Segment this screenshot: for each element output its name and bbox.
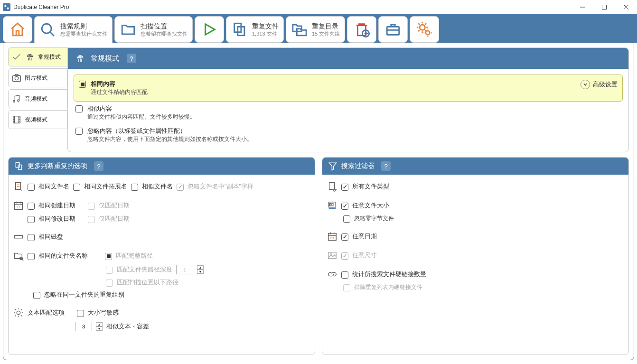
checkbox-date-only-modified[interactable]	[88, 216, 95, 223]
checkbox-match-full-path[interactable]	[105, 253, 112, 260]
svg-rect-0	[5, 5, 7, 7]
checkbox-case-sensitive[interactable]	[77, 310, 84, 317]
checkbox-same-name[interactable]	[28, 184, 35, 191]
mode-tabs: 常规模式 图片模式 音频模式 视频模式	[8, 47, 67, 152]
checkbox-ignore-same-folder-groups[interactable]	[33, 292, 40, 299]
svg-rect-11	[387, 27, 400, 35]
checkbox-match-below-scan[interactable]	[106, 280, 113, 287]
calendar-icon: 23	[327, 231, 337, 242]
settings-button[interactable]	[410, 16, 439, 43]
svg-rect-35	[15, 235, 23, 238]
title-bar: Duplicate Cleaner Pro	[0, 0, 637, 14]
filters-header: 搜索过滤器 ?	[322, 158, 628, 175]
svg-line-7	[50, 32, 54, 36]
checkbox-any-dim[interactable]	[341, 252, 348, 260]
filename-icon	[13, 181, 24, 192]
folder-depth-input[interactable]	[176, 265, 193, 274]
svg-text:23: 23	[330, 236, 334, 240]
checkbox-same-disk[interactable]	[28, 234, 35, 241]
more-options-header: 更多判断重复的选项 ?	[9, 158, 315, 175]
search-rules-tab[interactable]: 搜索规则 您需要查找什么文件	[34, 16, 112, 43]
remove-button[interactable]	[347, 16, 376, 43]
checkbox-ignore-content[interactable]	[75, 128, 83, 135]
filters-panel: 搜索过滤器 ? 所有文件类型 任意文件大小 忽略零字节文件	[322, 157, 629, 355]
svg-rect-1	[7, 7, 9, 9]
scan-now-button[interactable]	[195, 16, 224, 43]
folders-icon	[291, 21, 308, 38]
checkbox-count-hardlinks[interactable]	[341, 271, 348, 279]
checkbox-similar-content[interactable]	[75, 105, 83, 112]
main-toolbar: 搜索规则 您需要查找什么文件 扫描位置 您希望在哪查找文件 重复文件 1,913…	[0, 14, 637, 43]
chevron-down-icon	[581, 80, 590, 89]
checkbox-same-folder-name[interactable]	[28, 253, 35, 260]
toolbox-button[interactable]	[378, 16, 408, 43]
camera-icon	[11, 73, 22, 83]
home-icon	[9, 21, 26, 38]
checkbox-same-ext[interactable]	[73, 184, 80, 191]
funnel-icon	[328, 161, 337, 171]
fingerprint-icon	[25, 52, 35, 62]
checkbox-same-content[interactable]	[79, 81, 86, 88]
help-button[interactable]: ?	[381, 161, 391, 171]
mode-panel-header: 常规模式 ?	[68, 48, 628, 69]
mode-tab-regular[interactable]: 常规模式	[8, 47, 67, 66]
home-button[interactable]	[3, 16, 32, 43]
folder-search-icon	[13, 251, 24, 261]
maximize-button[interactable]	[593, 0, 615, 14]
checkbox-date-only-created[interactable]	[88, 203, 95, 210]
app-icon	[3, 3, 10, 11]
svg-rect-29	[16, 183, 21, 190]
checkbox-exclude-hardlinks[interactable]	[343, 284, 350, 291]
svg-point-13	[426, 31, 430, 35]
svg-text:23: 23	[16, 205, 20, 209]
content-area: 常规模式 图片模式 音频模式 视频模式 常规模式 ?	[3, 43, 634, 360]
svg-rect-42	[332, 203, 333, 206]
svg-point-15	[15, 76, 18, 80]
calendar-icon: 23	[13, 200, 24, 211]
app-title: Duplicate Cleaner Pro	[13, 4, 69, 10]
checkbox-ignore-zero[interactable]	[343, 215, 350, 223]
files-icon	[231, 21, 248, 38]
checkbox-similar-name[interactable]	[131, 184, 138, 191]
help-button[interactable]: ?	[127, 54, 136, 63]
more-options-panel: 更多判断重复的选项 ? 相同文件名 相同文件拓展名 相似文件名 忽略文件名中"副…	[8, 157, 315, 355]
checkbox-match-folder-depth[interactable]	[106, 267, 113, 274]
checkbox-same-modified[interactable]	[28, 216, 35, 223]
trash-icon	[353, 21, 370, 38]
size-icon	[327, 200, 337, 211]
option-similar-content[interactable]: 相似内容 通过文件相似内容匹配。文件较多时较慢。	[74, 102, 623, 124]
duplicate-files-tab[interactable]: 重复文件 1,913 文件	[226, 16, 284, 43]
mode-tab-image[interactable]: 图片模式	[8, 68, 67, 87]
disk-icon	[13, 232, 24, 242]
scan-location-tab[interactable]: 扫描位置 您希望在哪查找文件	[114, 16, 193, 43]
minimize-button[interactable]	[571, 0, 593, 14]
checkbox-all-types[interactable]	[341, 184, 348, 191]
svg-line-37	[22, 259, 23, 261]
music-icon	[11, 93, 22, 104]
duplicate-dirs-tab[interactable]: 重复目录 15 文件夹组	[286, 16, 345, 43]
folder-depth-spinner[interactable]: ▲▼	[197, 265, 204, 274]
search-icon	[39, 21, 56, 38]
option-same-content[interactable]: 相同内容 通过文件精确内容匹配 高级设置	[74, 75, 623, 102]
checkbox-any-size[interactable]	[341, 203, 348, 210]
close-button[interactable]	[615, 0, 637, 14]
help-button[interactable]: ?	[94, 161, 103, 171]
advanced-settings-toggle[interactable]: 高级设置	[581, 80, 618, 89]
tolerance-input[interactable]	[75, 322, 92, 331]
svg-rect-39	[329, 183, 335, 190]
mode-section: 常规模式 图片模式 音频模式 视频模式 常规模式 ?	[8, 47, 629, 152]
briefcase-icon	[384, 21, 402, 38]
mode-tab-audio[interactable]: 音频模式	[8, 89, 67, 108]
play-icon	[201, 21, 218, 38]
svg-point-12	[420, 25, 425, 30]
mode-tab-video[interactable]: 视频模式	[8, 110, 67, 129]
option-ignore-content[interactable]: 忽略内容（以标签或文件属性匹配） 忽略文件内容，使用下面指定的其他规则如按名称或…	[74, 124, 623, 146]
svg-point-38	[17, 311, 20, 314]
checkbox-any-date[interactable]	[341, 233, 348, 241]
svg-point-6	[42, 24, 51, 33]
mode-panel: 常规模式 ? 相同内容 通过文件精确内容匹配 高级设置	[67, 47, 629, 152]
checkbox-same-created[interactable]	[28, 203, 35, 210]
film-icon	[11, 114, 22, 125]
tolerance-spinner[interactable]: ▲▼	[96, 322, 103, 331]
checkbox-ignore-copy[interactable]	[177, 184, 184, 191]
